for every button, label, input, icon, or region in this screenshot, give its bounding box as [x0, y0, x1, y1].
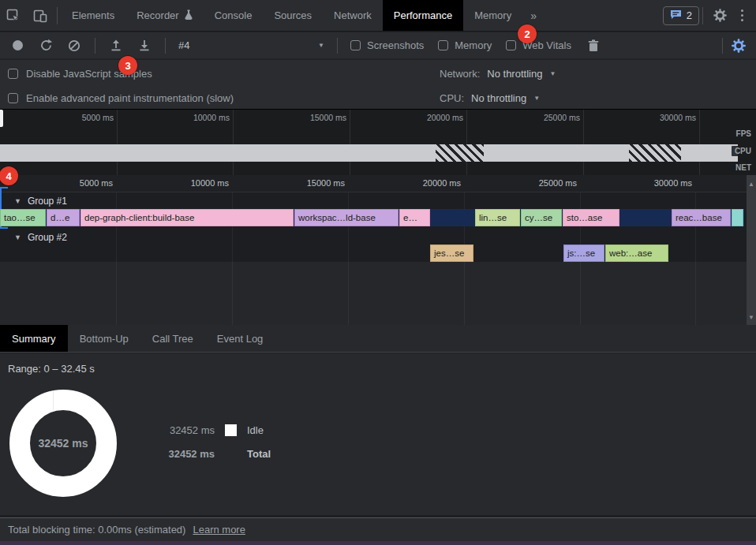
- chevron-down-icon: ▼: [318, 42, 324, 49]
- checkbox: [350, 40, 361, 50]
- tab-label: Console: [215, 9, 253, 21]
- detail-tabs: SummaryBottom-UpCall TreeEvent Log: [0, 325, 756, 353]
- scroll-down-icon[interactable]: ▼: [747, 314, 756, 321]
- task-bar[interactable]: workspac…ld-base: [294, 209, 399, 226]
- detail-tab-event-log[interactable]: Event Log: [205, 325, 275, 352]
- checkbox: [506, 40, 516, 50]
- session-history-select[interactable]: #4 ▼: [178, 39, 324, 51]
- task-bar[interactable]: js:…se: [563, 245, 604, 262]
- task-bar[interactable]: tao…se: [0, 209, 46, 226]
- scroll-up-icon[interactable]: ▲: [747, 181, 756, 188]
- advanced-paint-checkbox[interactable]: Enable advanced paint instrumentation (s…: [8, 86, 234, 110]
- download-profile-icon[interactable]: [137, 38, 152, 54]
- overview-left-handle[interactable]: [0, 110, 3, 127]
- learn-more-link[interactable]: Learn more: [193, 524, 245, 536]
- tab-network[interactable]: Network: [323, 0, 383, 31]
- flame-tick-label: 10000 ms: [158, 178, 229, 188]
- cpu-hatched-region: [629, 144, 681, 162]
- detail-tab-call-tree[interactable]: Call Tree: [140, 325, 205, 352]
- inspect-element-icon[interactable]: [0, 0, 27, 31]
- timeline-overview[interactable]: 5000 ms10000 ms15000 ms20000 ms25000 ms3…: [0, 109, 756, 175]
- cpu-throttling-select[interactable]: CPU: No throttling ▼: [440, 86, 540, 110]
- detail-tab-bottom-up[interactable]: Bottom-Up: [68, 325, 140, 352]
- chevron-down-icon: ▼: [533, 95, 540, 102]
- divider: [165, 38, 166, 54]
- flame-tick-label: 5000 ms: [42, 178, 113, 188]
- checkbox: [8, 69, 18, 79]
- tab-memory[interactable]: Memory: [463, 0, 522, 31]
- legend-value: 32452 ms: [152, 424, 215, 436]
- legend-row: 32452 msTotal: [152, 448, 271, 460]
- tab-console[interactable]: Console: [204, 0, 264, 31]
- track-strip-1: tao…sed…edep-graph-client:build-basework…: [0, 209, 744, 226]
- task-bar[interactable]: jes…se: [430, 245, 473, 262]
- flame-chart[interactable]: 5000 ms10000 ms15000 ms20000 ms25000 ms3…: [0, 175, 747, 325]
- task-bar[interactable]: [732, 209, 743, 226]
- record-icon[interactable]: [9, 38, 25, 54]
- legend-swatch: [225, 424, 237, 436]
- upload-profile-icon[interactable]: [108, 38, 124, 54]
- task-bar[interactable]: reac…base: [672, 209, 731, 226]
- tab-sources[interactable]: Sources: [263, 0, 323, 31]
- group-header-2[interactable]: ▼Group #2: [0, 230, 747, 245]
- group-header-1[interactable]: ▼Group #1: [0, 194, 747, 208]
- settings-gear-icon[interactable]: [706, 9, 733, 22]
- donut-legend: 32452 msIdle32452 msTotal: [152, 424, 271, 460]
- capture-checkboxes: ScreenshotsMemoryWeb Vitals: [350, 39, 571, 51]
- tab-label: Memory: [474, 9, 511, 21]
- tab-elements[interactable]: Elements: [61, 0, 125, 31]
- legend-value: 32452 ms: [152, 448, 215, 460]
- console-messages-button[interactable]: 2: [663, 6, 699, 25]
- overview-tick-label: 10000 ms: [159, 113, 230, 122]
- overview-gridline: [350, 110, 350, 176]
- task-bar[interactable]: web:…ase: [605, 245, 668, 262]
- network-throttling-select[interactable]: Network: No throttling ▼: [440, 62, 556, 85]
- kebab-menu-icon[interactable]: [733, 9, 751, 21]
- summary-panel: Range: 0 – 32.45 s 32452 ms 32452 msIdle…: [0, 353, 756, 517]
- device-toolbar-icon[interactable]: [27, 0, 54, 31]
- flame-chart-ruler: 5000 ms10000 ms15000 ms20000 ms25000 ms3…: [0, 175, 747, 192]
- reload-record-icon[interactable]: [38, 38, 54, 54]
- capture-settings-gear-icon[interactable]: [731, 38, 747, 54]
- badge-3: 3: [118, 56, 137, 75]
- group-name: Group #1: [28, 196, 67, 207]
- overview-tick-label: 5000 ms: [43, 113, 114, 122]
- lane-label-net: NET: [732, 162, 754, 173]
- task-bar[interactable]: cy…se: [521, 209, 562, 226]
- donut-total-label: 32452 ms: [9, 390, 117, 497]
- flame-chart-scrollbar[interactable]: ▲ ▼: [747, 175, 756, 325]
- panel-tabs: ElementsRecorderConsoleSourcesNetworkPer…: [61, 0, 522, 31]
- disclosure-triangle-icon[interactable]: ▼: [14, 233, 21, 241]
- checkbox-screenshots[interactable]: Screenshots: [350, 39, 424, 51]
- range-label: Range: 0 – 32.45 s: [8, 363, 95, 375]
- group-name: Group #2: [28, 232, 67, 243]
- overview-tick-label: 30000 ms: [625, 113, 696, 122]
- clear-icon[interactable]: [66, 38, 82, 54]
- tab-performance[interactable]: Performance: [383, 0, 463, 31]
- flame-tick-label: 25000 ms: [506, 178, 577, 188]
- capture-options: Disable JavaScript samples Enable advanc…: [0, 60, 756, 109]
- overview-tick-label: 20000 ms: [392, 113, 463, 122]
- disclosure-triangle-icon[interactable]: ▼: [14, 197, 21, 205]
- chevron-down-icon: ▼: [549, 70, 556, 77]
- divider: [337, 38, 338, 54]
- detail-tab-summary[interactable]: Summary: [0, 325, 68, 352]
- tab-label: Performance: [394, 9, 452, 21]
- task-bar[interactable]: sto…ase: [563, 209, 619, 226]
- trash-icon[interactable]: [586, 38, 601, 54]
- tab-recorder[interactable]: Recorder: [125, 0, 203, 31]
- flask-icon: [185, 9, 193, 22]
- task-bar[interactable]: dep-graph-client:build-base: [80, 209, 294, 226]
- task-bar[interactable]: lin…se: [475, 209, 520, 226]
- task-bar[interactable]: d…e: [47, 209, 80, 226]
- legend-row: 32452 msIdle: [152, 424, 271, 436]
- task-bar[interactable]: e…: [399, 209, 430, 226]
- checkbox-memory[interactable]: Memory: [438, 39, 492, 51]
- tabbar-right-controls: 2: [663, 0, 756, 31]
- track-strip-2: jes…sejs:…seweb:…ase: [0, 245, 744, 262]
- window-edge-strip: [0, 541, 756, 545]
- checkbox-web-vitals[interactable]: Web Vitals: [506, 39, 571, 51]
- cpu-hatched-region: [436, 144, 484, 162]
- flame-tick-label: 15000 ms: [274, 178, 345, 188]
- checkbox: [438, 40, 448, 50]
